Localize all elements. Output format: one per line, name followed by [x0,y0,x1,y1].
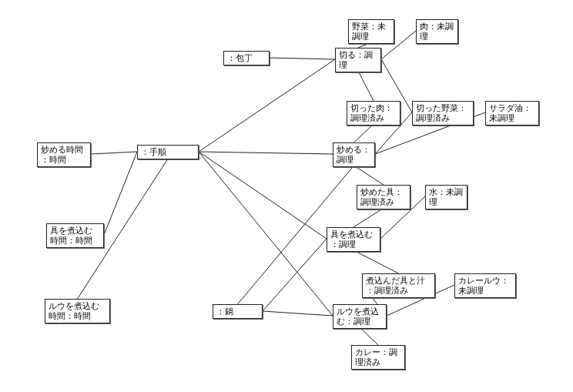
diagram-canvas: 野菜：未調理肉：未調理：包丁切る：調理切った肉：調理済み切った野菜：調理済みサラ… [0,0,573,392]
node-label: 調理 [337,155,371,165]
node-stew: 具を煮込む：調理 [327,227,380,252]
node-label: 調理済み [360,197,407,207]
node-meat_raw: 肉：未調理 [416,19,458,44]
node-label: ：時間 [41,155,87,165]
node-label: 炒めた具： [360,187,407,197]
node-label: カレールウ： [458,276,512,286]
node-label: 時間：時間 [50,236,100,246]
node-label: 肉：未調 [420,22,454,32]
node-label: 理 [429,197,464,207]
node-cut: 切る：調理 [335,48,381,72]
node-label: 調理済み [416,113,470,123]
node-label: ：包丁 [227,53,266,63]
edge-proc-fry [199,152,333,154]
node-knife: ：包丁 [223,51,270,65]
node-label: 水：未調 [429,187,464,197]
node-label: む：調理 [337,317,383,327]
node-oil: サラダ油：未調理 [485,101,539,126]
node-veg_raw: 野菜：未調理 [348,19,394,44]
edge-stew-stewed [354,250,399,273]
node-label: 具を煮込む [50,226,100,236]
node-label: 時間：時間 [49,311,106,321]
edge-proc-cut [199,59,335,152]
node-fried: 炒めた具：調理済み [357,185,410,209]
node-label: 未調理 [458,286,512,296]
node-cut_veg: 切った野菜：調理済み [412,101,474,126]
edge-knife-cut [270,58,335,59]
edge-cut-cut_meat [358,71,374,101]
node-label: サラダ油： [489,103,535,113]
node-label: 野菜：未 [352,22,390,32]
node-roux_raw: カレールウ：未調理 [454,273,516,298]
node-label: ：鍋 [216,307,259,317]
node-label: 切った野菜： [416,103,470,113]
node-curry: カレー：調理済み [351,345,405,370]
node-roux_cook: ルウを煮込む：調理 [333,304,387,329]
node-label: 理 [420,32,454,42]
edge-pot-roux_cook [263,311,333,316]
node-pot: ：鍋 [213,304,263,319]
edge-fry_time-proc [91,152,137,154]
node-proc: ：手順 [137,145,199,159]
node-label: 切った肉： [350,103,397,113]
diagram-edges [0,0,573,392]
node-label: 理 [339,60,377,70]
node-label: 未調理 [489,113,535,123]
node-label: ：手順 [141,147,195,157]
node-fry: 炒める：調理 [333,142,375,167]
edge-fried-stew [354,208,384,227]
node-cut_meat: 切った肉：調理済み [347,101,400,126]
node-label: 切る：調 [339,50,377,60]
node-label: ：調理 [330,240,377,250]
node-label: ルウを煮込 [337,307,383,317]
node-label: 具を煮込む [330,230,377,240]
node-label: 理済み [355,357,401,367]
node-label: 調理済み [350,113,397,123]
node-label: ルウを煮込む [49,301,106,311]
node-water: 水：未調理 [425,185,467,209]
node-fry_time: 炒める時間：時間 [37,142,91,167]
edge-pot-stew [263,239,327,311]
node-label: カレー：調 [355,347,401,357]
node-stew_time: 具を煮込む時間：時間 [46,223,104,248]
node-label: 炒める： [337,145,371,155]
node-label: 炒める時間 [41,145,87,155]
node-roux_time: ルウを煮込む時間：時間 [45,299,110,323]
node-label: ：調理済み [366,286,431,296]
edge-cut_meat-fry [354,124,374,142]
edge-proc-stew [199,152,327,239]
edge-stew_time-proc [104,152,137,235]
edge-fry-fried [354,166,384,185]
edge-roux_cook-curry [360,327,378,345]
node-label: 調理 [352,32,390,42]
node-label: 煮込んだ具と汁 [366,276,431,286]
node-stewed: 煮込んだ具と汁：調理済み [362,273,435,298]
edge-proc-roux_cook [199,152,333,316]
